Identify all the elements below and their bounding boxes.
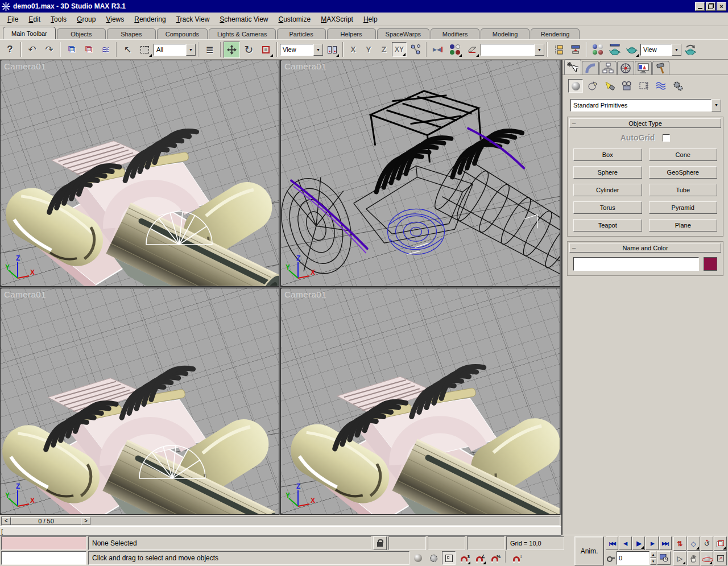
name-and-color-rollout-header[interactable]: Name and Color bbox=[569, 243, 721, 253]
redo-button[interactable]: ↷ bbox=[41, 42, 57, 58]
object-name-input[interactable] bbox=[573, 257, 699, 271]
go-to-end-button[interactable]: ▶▶| bbox=[659, 536, 672, 550]
use-pivot-center-button[interactable] bbox=[324, 42, 340, 58]
schematic-view-button[interactable] bbox=[567, 42, 584, 58]
menu-help[interactable]: Help bbox=[358, 14, 383, 25]
animate-mode-button[interactable]: Anim. bbox=[574, 536, 604, 565]
dropdown-arrow-icon[interactable]: ▼ bbox=[712, 99, 721, 111]
tab-create[interactable] bbox=[564, 59, 581, 75]
tab-shapes[interactable]: Shapes bbox=[107, 28, 156, 39]
tab-rendering[interactable]: Rendering bbox=[531, 28, 580, 39]
reference-coordinate-combo[interactable]: View ▼ bbox=[280, 44, 323, 56]
object-type-rollout-header[interactable]: Object Type bbox=[569, 118, 721, 128]
plane-button[interactable]: Plane bbox=[649, 219, 718, 232]
material-editor-button[interactable] bbox=[589, 42, 606, 58]
menu-tools[interactable]: Tools bbox=[46, 14, 72, 25]
menu-schematic-view[interactable]: Schematic View bbox=[214, 14, 273, 25]
zoom-extents-all-button[interactable] bbox=[714, 536, 727, 551]
geosphere-button[interactable]: GeoSphere bbox=[649, 166, 718, 179]
field-of-view-button[interactable]: ▷ bbox=[673, 551, 686, 565]
key-mode-toggle[interactable] bbox=[606, 551, 616, 565]
cylinder-button[interactable]: Cylinder bbox=[573, 184, 642, 196]
tab-main-toolbar[interactable]: Main Toolbar bbox=[3, 27, 56, 39]
select-and-rotate-button[interactable]: ↻ bbox=[241, 42, 257, 58]
close-button[interactable]: × bbox=[717, 2, 726, 11]
restrict-y-button[interactable]: Y bbox=[361, 42, 376, 57]
sphere-button[interactable]: Sphere bbox=[573, 166, 642, 179]
lights-category-button[interactable] bbox=[602, 79, 617, 93]
track-bar[interactable]: [ bbox=[0, 526, 561, 536]
select-object-button[interactable]: ↖ bbox=[119, 42, 136, 58]
restrict-x-button[interactable]: X bbox=[346, 42, 361, 57]
tab-compounds[interactable]: Compounds bbox=[157, 28, 208, 39]
viewport-camera-bottom-left[interactable]: Camera01 bbox=[0, 288, 279, 515]
render-last-button[interactable] bbox=[682, 42, 698, 58]
align-button[interactable] bbox=[464, 42, 480, 58]
min-max-toggle-button[interactable]: ↗ bbox=[714, 551, 727, 565]
tab-hierarchy[interactable] bbox=[599, 61, 617, 75]
minimize-button[interactable] bbox=[695, 2, 705, 11]
bind-to-spacewarp-button[interactable]: ≋ bbox=[97, 42, 114, 58]
array-button[interactable] bbox=[446, 42, 463, 58]
snap-toggle-3d-cube[interactable] bbox=[442, 551, 456, 565]
tab-display[interactable] bbox=[635, 61, 652, 75]
dolly-camera-button[interactable]: ⇅ bbox=[673, 536, 686, 551]
mirror-button[interactable]: ▶◀ bbox=[429, 42, 446, 58]
maxscript-mini-listener-macro[interactable] bbox=[1, 536, 86, 550]
arc-rotate-button[interactable] bbox=[701, 551, 714, 565]
selection-brackets-toggle[interactable] bbox=[427, 551, 440, 565]
helpers-category-button[interactable] bbox=[636, 79, 651, 93]
next-frame-arrow[interactable]: > bbox=[81, 517, 90, 525]
pan-button[interactable] bbox=[687, 551, 700, 565]
autogrid-checkbox[interactable] bbox=[663, 134, 670, 142]
viewport-camera-top-right-wireframe[interactable]: Camera01 bbox=[280, 60, 560, 287]
dropdown-arrow-icon[interactable]: ▼ bbox=[672, 44, 681, 56]
systems-category-button[interactable] bbox=[671, 79, 685, 93]
tab-particles[interactable]: Particles bbox=[277, 28, 326, 39]
spinner-snap-button[interactable]: ↕ bbox=[510, 551, 523, 565]
frame-spinner[interactable]: ▲▼ bbox=[650, 551, 656, 565]
tab-modeling[interactable]: Modeling bbox=[481, 28, 530, 39]
selection-filter-combo[interactable]: All ▼ bbox=[154, 44, 196, 56]
undo-button[interactable]: ↶ bbox=[24, 42, 40, 58]
track-view-button[interactable] bbox=[550, 42, 566, 58]
primitive-category-combo[interactable]: Standard Primitives ▼ bbox=[570, 99, 721, 111]
time-slider-handle[interactable]: 0 / 50 bbox=[11, 517, 81, 525]
time-slider-track[interactable]: < 0 / 50 > bbox=[1, 517, 560, 526]
previous-frame-button[interactable]: ◀| bbox=[619, 536, 631, 550]
render-scene-button[interactable] bbox=[606, 42, 623, 58]
spacewarps-category-button[interactable] bbox=[653, 79, 668, 93]
time-configuration-button[interactable] bbox=[657, 551, 671, 565]
title-bar[interactable]: demo01.max - 3D Studio MAX R3.1 × bbox=[0, 0, 728, 13]
ik-toggle-button[interactable] bbox=[407, 42, 424, 58]
dropdown-arrow-icon[interactable]: ▼ bbox=[186, 44, 196, 56]
select-by-name-button[interactable]: ≣ bbox=[201, 42, 218, 58]
torus-button[interactable]: Torus bbox=[573, 201, 642, 214]
menu-views[interactable]: Views bbox=[101, 14, 129, 25]
cone-button[interactable]: Cone bbox=[649, 148, 718, 161]
maxscript-mini-listener-script[interactable] bbox=[1, 551, 86, 565]
named-selection-combo[interactable]: ▼ bbox=[481, 44, 544, 56]
selection-lock-toggle[interactable] bbox=[373, 536, 387, 550]
geometry-category-button[interactable] bbox=[568, 79, 583, 93]
menu-track-view[interactable]: Track View bbox=[171, 14, 215, 25]
roll-camera-button[interactable]: ↺● bbox=[701, 536, 714, 551]
restrict-z-button[interactable]: Z bbox=[377, 42, 391, 57]
restrict-xy-plane-button[interactable]: XY bbox=[392, 42, 407, 57]
percent-snap-button[interactable]: % bbox=[488, 551, 502, 565]
tab-lights-cameras[interactable]: Lights & Cameras bbox=[209, 28, 275, 39]
go-to-start-button[interactable]: |◀◀ bbox=[606, 536, 618, 550]
select-and-move-button[interactable] bbox=[224, 42, 240, 58]
tab-modify[interactable] bbox=[582, 61, 599, 75]
tab-modifiers[interactable]: Modifiers bbox=[431, 28, 479, 39]
render-type-combo[interactable]: View ▼ bbox=[640, 44, 681, 56]
tab-utilities[interactable] bbox=[652, 61, 669, 75]
degradation-override-button[interactable] bbox=[411, 551, 425, 565]
select-and-link-button[interactable]: ⧉ bbox=[63, 42, 80, 58]
tab-spacewarps[interactable]: SpaceWarps bbox=[377, 28, 430, 39]
selection-region-button[interactable] bbox=[136, 42, 153, 58]
tube-button[interactable]: Tube bbox=[649, 184, 718, 196]
dropdown-arrow-icon[interactable]: ▼ bbox=[313, 44, 323, 56]
object-color-swatch[interactable] bbox=[704, 257, 717, 271]
zoom-extents-button[interactable]: ◇ bbox=[687, 536, 700, 551]
